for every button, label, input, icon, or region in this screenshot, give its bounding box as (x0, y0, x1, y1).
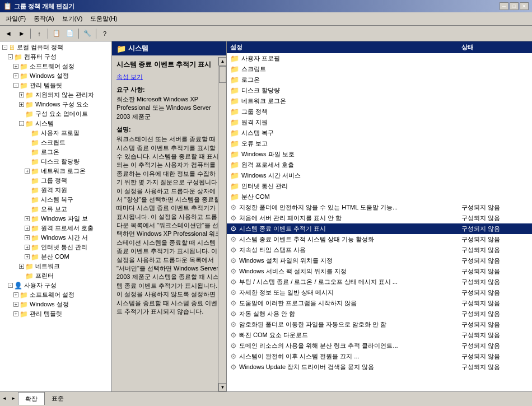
expand-usersoftware[interactable]: + (13, 292, 18, 297)
settings-row-rpc[interactable]: 📁 원격 프로세서 호출 (227, 160, 532, 170)
settings-row-inetcomm[interactable]: 📁 인터넷 통신 관리 (227, 181, 532, 192)
expand-network[interactable]: + (19, 264, 24, 269)
scroll-thumb[interactable] (219, 66, 226, 83)
tree-item-printer[interactable]: 📁 프린터 (1, 271, 110, 281)
settings-row-timestamp[interactable]: ⚙ 지속성 타임 스탬프 사용 구성되지 않음 (227, 245, 532, 255)
expand-unsupported[interactable]: + (19, 92, 24, 97)
settings-row-wts[interactable]: 📁 Windows 시간 서비스 (227, 170, 532, 181)
tab-standard[interactable]: 표준 (45, 392, 71, 405)
settings-row-boot-msg[interactable]: ⚙ 부팅 / 시스템 종료 / 로그온 / 로그오프 상태 메시지 표시 ...… (227, 277, 532, 287)
settings-row-com-download[interactable]: ⚙ 빠진 COM 요소 다운로드 구성되지 않음 (227, 330, 532, 340)
tree-item-wincomp[interactable]: + 📁 Windows 구성 요소 (1, 100, 110, 109)
tree-item-userprofile[interactable]: 📁 사용자 프로필 (1, 128, 110, 138)
expand-userconfig[interactable]: - (8, 283, 13, 288)
settings-row-setup-file[interactable]: ⚙ Windows 설치 파일의 위치를 지정 구성되지 않음 (227, 255, 532, 266)
expand-netlogon[interactable]: + (25, 169, 30, 174)
tree-item-software[interactable]: + 📁 소프트웨어 설정 (1, 62, 110, 71)
settings-row-verbose[interactable]: ⚙ 자세한 정보 또는 일반 상태 메시지 구성되지 않음 (227, 287, 532, 298)
tree-item-wfp[interactable]: + 📁 Windows 파일 보 (1, 214, 110, 223)
tree-item-system[interactable]: - 📁 시스템 (1, 119, 110, 128)
expand-dcom[interactable]: + (25, 254, 30, 259)
settings-row-autorun[interactable]: ⚙ 자동 실행 사용 안 함 구성되지 않음 (227, 309, 532, 319)
scroll-down-btn[interactable]: ▼ (218, 383, 227, 391)
expand-software[interactable]: + (13, 64, 18, 69)
tree-item-wts[interactable]: + 📁 Windows 시간 서 (1, 233, 110, 242)
export-button[interactable]: 📄 (64, 27, 76, 40)
description-scrollbar[interactable]: ▲ ▼ (218, 57, 226, 391)
tree-item-userwindows[interactable]: + 📁 Windows 설정 (1, 300, 110, 309)
expand-inetcomm[interactable]: + (25, 245, 30, 250)
settings-row-userprofile[interactable]: 📁 사용자 프로필 (227, 53, 532, 64)
minimize-button[interactable]: ─ (500, 2, 508, 10)
maximize-button[interactable]: □ (510, 2, 519, 10)
tree-item-userconfig[interactable]: - 👤 사용자 구성 (1, 281, 110, 290)
show-hide-button[interactable]: 📋 (50, 27, 63, 40)
settings-row-html-help[interactable]: ⚙ 지정한 폴더에 안전하지 않을 수 있는 HTML 도움말 기능... 구성… (227, 202, 532, 213)
tab-extended[interactable]: 확장 (18, 392, 45, 405)
tree-item-remotesupport[interactable]: 📁 원격 지원 (1, 185, 110, 195)
settings-row-domain-tracking[interactable]: ⚙ 도메인 리소스의 사용을 위해 분산 링크 추적 클라이언트... 구성되지… (227, 340, 532, 351)
expand-system[interactable]: - (19, 121, 24, 126)
expand-local[interactable]: - (2, 45, 7, 50)
expand-wfp[interactable]: + (25, 216, 30, 221)
tree-item-dcom[interactable]: + 📁 분산 COM (1, 252, 110, 262)
tree-item-usersoftware[interactable]: + 📁 소프트웨어 설정 (1, 290, 110, 300)
tree-item-inetcomm[interactable]: + 📁 인터넷 통신 관리 (1, 242, 110, 252)
tree-item-useradmin[interactable]: + 📁 관리 템플릿 (1, 309, 110, 319)
expand-windows[interactable]: + (13, 73, 18, 78)
tree-item-errorreport[interactable]: 📁 오류 보고 (1, 204, 110, 214)
expand-computer[interactable]: - (8, 54, 13, 59)
settings-row-dcom[interactable]: 📁 분산 COM (227, 192, 532, 202)
tree-item-scripts[interactable]: 📁 스크립트 (1, 138, 110, 147)
settings-row-errorreport[interactable]: 📁 오류 보고 (227, 138, 532, 149)
tree-item-network[interactable]: + 📁 네트워크 (1, 262, 110, 271)
expand-wts[interactable]: + (25, 235, 30, 240)
tree-item-admin[interactable]: - 📁 관리 템플릿 (1, 81, 110, 90)
settings-row-encrypt-move[interactable]: ⚙ 암호화된 폴더로 이동한 파일을 자동으로 암호화 안 함 구성되지 않음 (227, 319, 532, 330)
menu-file[interactable]: 파일(F) (2, 13, 29, 24)
expand-userwindows[interactable]: + (13, 302, 18, 307)
tree-item-update[interactable]: 📁 구성 요소 업데이트 (1, 109, 110, 119)
settings-row-svcpack[interactable]: ⚙ Windows 서비스 팩 설치의 위치를 지정 구성되지 않음 (227, 266, 532, 277)
settings-row-grouppolicy[interactable]: 📁 그룹 정책 (227, 106, 532, 117)
settings-row-winupdate[interactable]: ⚙ Windows Update 장치 드라이버 검색을 묻지 않음 구성되지 … (227, 362, 532, 372)
tree-item-unsupported[interactable]: + 📁 지원되지 않는 관리자 (1, 90, 110, 100)
tree-item-netlogon[interactable]: + 📁 네트워크 로그온 (1, 166, 110, 176)
properties-button[interactable]: 🔧 (81, 27, 94, 40)
settings-row-shutdown-tracker[interactable]: ⚙ 시스템 종료 이벤트 추적기 표시 구성되지 않음 (227, 223, 532, 234)
expand-useradmin[interactable]: + (13, 311, 18, 316)
close-button[interactable]: ✕ (520, 2, 529, 10)
help-button[interactable]: ? (99, 27, 111, 40)
menu-view[interactable]: 보기(V) (59, 13, 86, 24)
settings-row-nostart[interactable]: ⚙ 도움말에 이러한 프로그램을 시작하지 않음 구성되지 않음 (227, 298, 532, 309)
menu-action[interactable]: 동작(A) (30, 13, 58, 24)
forward-button[interactable]: ► (16, 27, 28, 40)
settings-row-shutdown-system[interactable]: ⚙ 시스템 종료 이벤트 추적 시스템 상태 기능 활성화 구성되지 않음 (227, 234, 532, 245)
menu-help[interactable]: 도움말(H) (87, 13, 120, 24)
settings-row-remotesupport[interactable]: 📁 원격 지원 (227, 117, 532, 128)
tree-item-systemrestore[interactable]: 📁 시스템 복구 (1, 195, 110, 204)
back-button[interactable]: ◄ (2, 27, 15, 40)
expand-rpc[interactable]: + (25, 226, 30, 231)
tree-item-computer-config[interactable]: - 📁 컴퓨터 구성 (1, 52, 110, 62)
tree-item-windows-settings[interactable]: + 📁 Windows 설정 (1, 71, 110, 81)
tree-item-diskquota[interactable]: 📁 디스크 할당량 (1, 157, 110, 166)
settings-row-diskquota[interactable]: 📁 디스크 할당량 (227, 85, 532, 96)
settings-row-wfp[interactable]: 📁 Windows 파일 보호 (227, 149, 532, 160)
settings-row-server-mgr[interactable]: ⚙ 처음에 서버 관리 페이지를 표시 안 함 구성되지 않음 (227, 213, 532, 223)
settings-row-netlogon[interactable]: 📁 네트워크 로그온 (227, 96, 532, 106)
up-button[interactable]: ↑ (33, 27, 45, 40)
tree-panel[interactable]: - 🖥 로컬 컴퓨터 정책 - 📁 컴퓨터 구성 + 📁 소프트웨어 설정 + … (0, 41, 112, 391)
settings-row-power-transfer[interactable]: ⚙ 시스템이 완전히 이후 시스템 전원을 끄지 ... 구성되지 않음 (227, 351, 532, 362)
settings-row-systemrestore[interactable]: 📁 시스템 복구 (227, 128, 532, 138)
settings-row-scripts[interactable]: 📁 스크립트 (227, 64, 532, 74)
tree-item-logon[interactable]: 📁 로그온 (1, 147, 110, 157)
settings-row-logon[interactable]: 📁 로그온 (227, 74, 532, 85)
expand-wincomp[interactable]: + (19, 102, 24, 107)
tree-item-local-computer[interactable]: - 🖥 로컬 컴퓨터 정책 (1, 43, 110, 52)
tree-item-rpc[interactable]: + 📁 원격 프로세서 호출 (1, 223, 110, 233)
properties-link[interactable]: 속성 보기 (116, 73, 222, 81)
expand-admin[interactable]: - (13, 83, 18, 88)
tab-scroll-right[interactable]: ► (9, 394, 18, 403)
scroll-up-btn[interactable]: ▲ (218, 57, 227, 66)
